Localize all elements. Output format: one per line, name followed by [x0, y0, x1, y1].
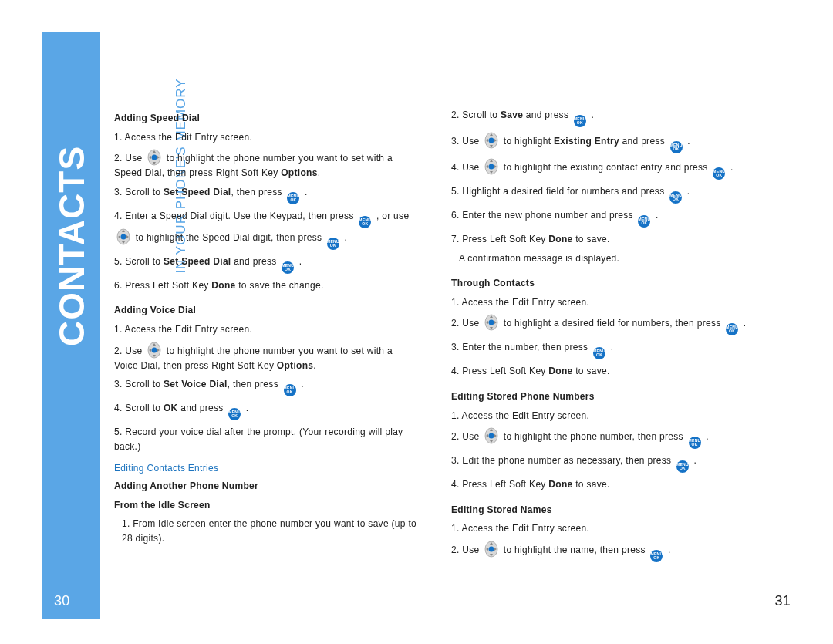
- step: 4. Press Left Soft Key Done to save.: [451, 477, 756, 492]
- menu-ok-icon: MENUOK: [282, 261, 294, 274]
- right-column: 2. Scroll to Save and press MENUOK . 3. …: [451, 108, 756, 567]
- step: 5. Scroll to Set Speed Dial and press ME…: [114, 255, 419, 274]
- step: 6. Enter the new phone number and press …: [451, 208, 756, 228]
- step: 4. Enter a Speed Dial digit. Use the Key…: [114, 209, 419, 250]
- step: 2. Use to highlight the phone number you…: [114, 149, 419, 180]
- menu-ok-icon: MENUOK: [593, 347, 605, 359]
- step: 6. Press Left Soft Key Done to save the …: [114, 278, 419, 293]
- step: 2. Use to highlight a desired field for …: [451, 314, 756, 335]
- heading-idle-screen: From the Idle Screen: [114, 498, 419, 513]
- step: 1. Access the Edit Entry screen.: [451, 521, 756, 536]
- step: 3. Edit the phone number as necessary, t…: [451, 453, 756, 473]
- step: 1. Access the Edit Entry screen.: [114, 130, 419, 145]
- step: 2. Use to highlight the name, then press…: [451, 541, 756, 562]
- navkey-icon: [484, 541, 498, 558]
- navkey-icon: [484, 158, 498, 175]
- step: 3. Enter the number, then press MENUOK .: [451, 340, 756, 359]
- step: 3. Scroll to Set Voice Dial, then press …: [114, 377, 419, 396]
- step: 4. Scroll to OK and press MENUOK .: [114, 401, 419, 420]
- heading-speed-dial: Adding Speed Dial: [114, 111, 419, 126]
- menu-ok-icon: MENUOK: [327, 238, 339, 250]
- menu-ok-icon: MENUOK: [228, 408, 241, 420]
- left-column: Adding Speed Dial 1. Access the Edit Ent…: [114, 108, 419, 550]
- menu-ok-icon: MENUOK: [670, 141, 683, 153]
- step: 1. From Idle screen enter the phone numb…: [114, 517, 419, 545]
- menu-ok-icon: MENUOK: [359, 216, 371, 228]
- step: A confirmation message is displayed.: [451, 251, 756, 266]
- step: 2. Use to highlight the phone number, th…: [451, 427, 756, 449]
- navkey-icon: [116, 228, 130, 245]
- menu-ok-icon: MENUOK: [284, 384, 296, 396]
- menu-ok-icon: MENUOK: [287, 192, 299, 204]
- heading-through-contacts: Through Contacts: [451, 276, 756, 291]
- menu-ok-icon: MENUOK: [676, 460, 689, 473]
- menu-ok-icon: MENUOK: [669, 191, 682, 204]
- step: 3. Use to highlight Existing Entry and p…: [451, 132, 756, 153]
- navkey-icon: [484, 132, 498, 149]
- heading-edit-names: Editing Stored Names: [451, 503, 756, 518]
- step: 2. Use to highlight the phone number you…: [114, 342, 419, 373]
- menu-ok-icon: MENUOK: [689, 437, 701, 449]
- navkey-icon: [147, 342, 161, 359]
- step: 1. Access the Edit Entry screen.: [114, 322, 419, 337]
- step: 1. Access the Edit Entry screen.: [451, 409, 756, 423]
- step: 1. Access the Edit Entry screen.: [451, 295, 756, 310]
- menu-ok-icon: MENUOK: [574, 115, 586, 127]
- navkey-icon: [484, 427, 498, 444]
- step: 3. Scroll to Set Speed Dial, then press …: [114, 185, 419, 204]
- step: 4. Press Left Soft Key Done to save.: [451, 364, 756, 379]
- menu-ok-icon: MENUOK: [726, 323, 738, 335]
- navkey-icon: [484, 314, 498, 331]
- navkey-icon: [147, 149, 161, 166]
- section-band: CONTACTS: [42, 32, 100, 619]
- step: 5. Record your voice dial after the prom…: [114, 425, 419, 453]
- menu-ok-icon: MENUOK: [650, 550, 663, 562]
- step: 5. Highlight a desired field for numbers…: [451, 184, 756, 204]
- menu-ok-icon: MENUOK: [638, 215, 650, 228]
- step: 7. Press Left Soft Key Done to save.: [451, 232, 756, 247]
- heading-edit-numbers: Editing Stored Phone Numbers: [451, 389, 756, 404]
- page-number-left: 30: [54, 593, 70, 609]
- section-heading: Editing Contacts Entries: [114, 461, 419, 476]
- heading-add-number: Adding Another Phone Number: [114, 479, 419, 494]
- heading-voice-dial: Adding Voice Dial: [114, 303, 419, 318]
- band-title: CONTACTS: [51, 146, 93, 346]
- menu-ok-icon: MENUOK: [713, 167, 725, 180]
- page-number-right: 31: [774, 593, 791, 609]
- step: 4. Use to highlight the existing contact…: [451, 158, 756, 180]
- step: 2. Scroll to Save and press MENUOK .: [451, 108, 756, 127]
